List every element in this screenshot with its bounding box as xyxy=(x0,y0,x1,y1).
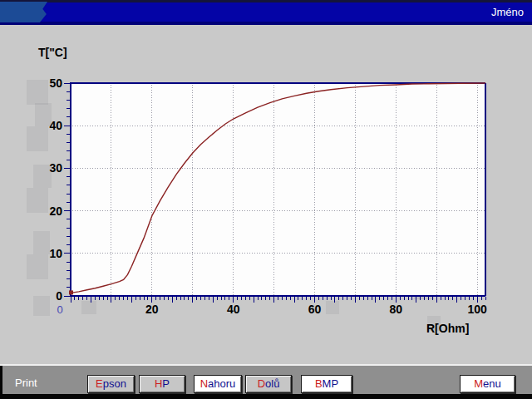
ghost-artifact xyxy=(33,296,50,316)
svg-text:50: 50 xyxy=(49,76,62,90)
hp-button[interactable]: HP xyxy=(139,375,185,393)
print-label: Print xyxy=(15,377,37,389)
button-label: MP xyxy=(323,377,339,390)
ghost-artifact xyxy=(27,126,48,151)
ghost-artifact xyxy=(427,316,441,331)
button-label: olů xyxy=(265,377,279,390)
button-hotkey: M xyxy=(474,377,483,390)
svg-text:40: 40 xyxy=(227,303,240,316)
button-hotkey: E xyxy=(96,377,103,390)
svg-text:100: 100 xyxy=(468,303,488,316)
button-label: ahoru xyxy=(208,377,235,390)
title-bar xyxy=(0,0,532,25)
svg-text:60: 60 xyxy=(308,303,322,316)
dolu-button[interactable]: Dolů xyxy=(245,375,292,393)
menu-button[interactable]: Menu xyxy=(460,375,515,393)
bmp-button[interactable]: BMP xyxy=(301,375,352,393)
button-label: P xyxy=(162,377,170,390)
ghost-artifact xyxy=(27,80,48,105)
chart-plot-area xyxy=(71,83,486,296)
ghost-artifact xyxy=(326,301,339,314)
title-logo-artifact xyxy=(0,2,47,22)
svg-text:0: 0 xyxy=(57,303,62,316)
ghost-artifact xyxy=(27,254,48,279)
svg-text:T["C]: T["C] xyxy=(38,46,67,59)
nahoru-button[interactable]: Nahoru xyxy=(194,375,242,393)
ghost-artifact xyxy=(33,231,50,254)
svg-text:80: 80 xyxy=(390,303,403,316)
button-hotkey: N xyxy=(200,377,208,390)
footer-left-edge xyxy=(0,366,2,399)
svg-text:10: 10 xyxy=(49,247,62,260)
button-hotkey: B xyxy=(315,377,323,390)
button-hotkey: D xyxy=(258,377,265,390)
button-hotkey: H xyxy=(155,377,162,390)
app-screen: Jméno 02040608010001020304050T["C]R[Ohm]… xyxy=(0,0,532,399)
ghost-artifact xyxy=(81,301,96,314)
footer-bottom-strip xyxy=(0,394,532,399)
svg-text:20: 20 xyxy=(145,303,159,316)
ghost-artifact xyxy=(33,165,52,188)
svg-text:0: 0 xyxy=(56,289,62,303)
button-label: pson xyxy=(103,377,126,390)
ghost-artifact xyxy=(35,103,52,126)
window-title: Jméno xyxy=(491,6,524,18)
button-label: enu xyxy=(483,377,501,390)
ghost-artifact xyxy=(27,188,48,213)
epson-button[interactable]: Epson xyxy=(87,375,135,393)
svg-text:20: 20 xyxy=(49,204,62,218)
